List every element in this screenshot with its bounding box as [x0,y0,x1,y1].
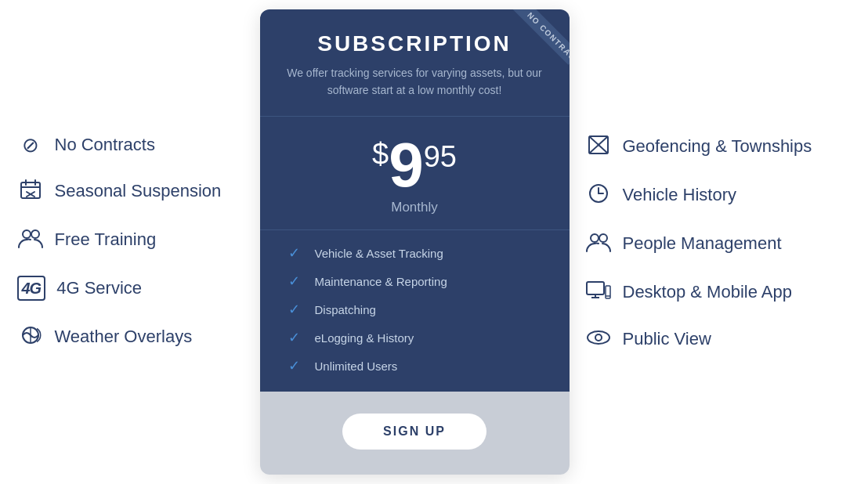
feature-weather-overlays: Weather Overlays [17,324,193,349]
svg-rect-18 [587,282,604,294]
no-contract-badge: NO CONTRACT [499,9,570,80]
svg-point-7 [31,230,39,238]
vehicle-history-icon [585,182,612,208]
people-management-label: People Management [623,233,782,254]
weather-overlays-icon [17,324,44,349]
card-feature-2: ✓ Maintenance & Reporting [288,273,541,290]
card-feature-5: ✓ Unlimited Users [288,357,541,374]
subscription-card: NO CONTRACT SUBSCRIPTION We offer tracki… [260,9,570,475]
svg-point-6 [23,230,31,238]
page-wrapper: ⊘ No Contracts Seasonal Suspension [0,0,868,484]
svg-point-16 [591,234,599,242]
check-icon-3: ✓ [288,301,304,318]
card-feature-text-1: Vehicle & Asset Tracking [315,247,443,260]
svg-rect-0 [21,182,40,198]
free-training-icon [17,227,44,252]
public-view-icon [585,328,612,350]
feature-desktop-mobile: Desktop & Mobile App [585,280,792,305]
feature-people-management: People Management [585,231,782,256]
right-features: Geofencing & Townships Vehicle History [570,134,852,350]
card-feature-text-2: Maintenance & Reporting [315,275,447,288]
desktop-mobile-label: Desktop & Mobile App [623,282,792,302]
signup-button[interactable]: SIGN UP [342,414,486,450]
desktop-mobile-icon [585,280,612,305]
price-cents: 95 [424,142,457,172]
card-feature-4: ✓ eLogging & History [288,329,541,346]
card-footer: SIGN UP [260,392,570,475]
card-feature-text-3: Dispatching [315,303,376,316]
price-dollar: $ [372,139,389,168]
free-training-label: Free Training [55,229,157,250]
4g-service-icon: 4G [17,276,46,301]
feature-free-training: Free Training [17,227,157,252]
feature-4g-service: 4G 4G Service [17,276,143,301]
card-feature-text-4: eLogging & History [315,331,414,345]
feature-geofencing: Geofencing & Townships [585,134,812,159]
card-feature-text-5: Unlimited Users [315,359,398,373]
geofencing-label: Geofencing & Townships [623,136,812,157]
seasonal-suspension-label: Seasonal Suspension [55,181,222,201]
people-management-icon [585,231,612,256]
price-number: 9 [389,134,424,197]
price-row: $ 9 95 [276,134,554,197]
svg-point-23 [588,331,609,344]
check-icon-1: ✓ [288,244,304,262]
feature-seasonal-suspension: Seasonal Suspension [17,179,222,204]
no-contracts-label: No Contracts [55,135,155,155]
geofencing-icon [585,134,612,159]
check-icon-4: ✓ [288,329,304,346]
svg-point-17 [599,234,607,242]
card-feature-3: ✓ Dispatching [288,301,541,318]
card-features: ✓ Vehicle & Asset Tracking ✓ Maintenance… [260,229,570,392]
feature-vehicle-history: Vehicle History [585,182,737,208]
no-contracts-icon: ⊘ [17,135,44,155]
check-icon-2: ✓ [288,273,304,290]
check-icon-5: ✓ [288,357,304,374]
price-period: Monthly [276,200,554,215]
seasonal-suspension-icon [17,179,44,204]
card-header: NO CONTRACT SUBSCRIPTION We offer tracki… [260,9,570,117]
card-feature-1: ✓ Vehicle & Asset Tracking [288,244,541,262]
public-view-label: Public View [623,329,711,349]
svg-point-24 [595,334,602,341]
left-features: ⊘ No Contracts Seasonal Suspension [17,135,260,349]
weather-overlays-label: Weather Overlays [55,327,193,347]
vehicle-history-label: Vehicle History [623,185,737,205]
no-contract-text: NO CONTRACT [507,9,569,65]
feature-public-view: Public View [585,328,711,350]
feature-no-contracts: ⊘ No Contracts [17,135,155,155]
card-price: $ 9 95 Monthly [260,116,570,229]
4g-service-label: 4G Service [56,278,142,298]
